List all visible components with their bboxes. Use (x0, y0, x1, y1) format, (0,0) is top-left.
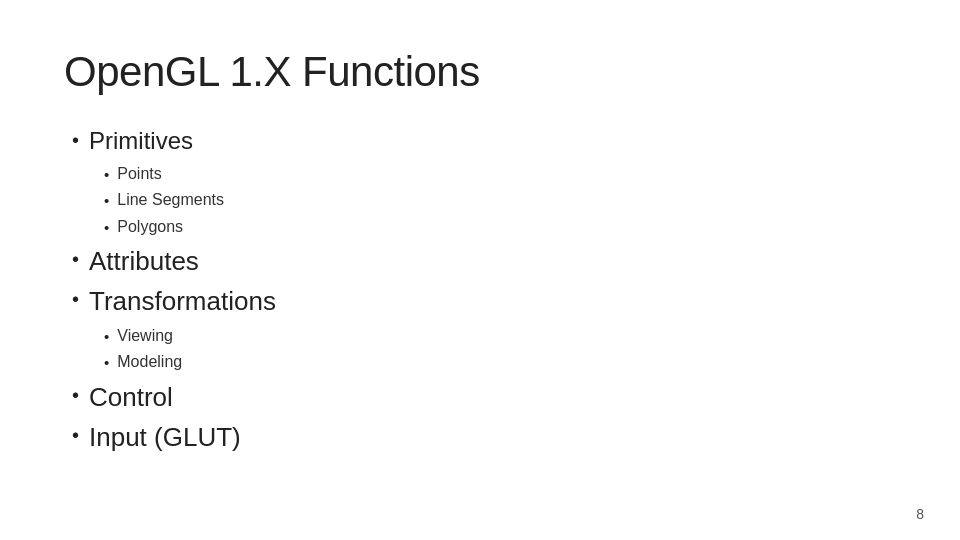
sub-list-primitives: • Points • Line Segments • Polygons (104, 162, 896, 240)
list-item: • Viewing (104, 324, 896, 349)
bullet-icon: • (72, 126, 79, 154)
sub-item-label: Modeling (117, 350, 182, 374)
bullet-icon: • (72, 381, 79, 409)
list-item: • Primitives (72, 124, 896, 158)
list-item: • Polygons (104, 215, 896, 240)
list-item: • Control (72, 379, 896, 415)
sub-bullet-icon: • (104, 217, 109, 240)
slide-title: OpenGL 1.X Functions (64, 48, 896, 96)
sub-bullet-icon: • (104, 190, 109, 213)
sub-list-transformations: • Viewing • Modeling (104, 324, 896, 375)
bullet-icon: • (72, 285, 79, 313)
list-item: • Line Segments (104, 188, 896, 213)
list-item: • Attributes (72, 243, 896, 279)
sub-bullet-icon: • (104, 326, 109, 349)
sub-bullet-icon: • (104, 352, 109, 375)
bullet-icon: • (72, 421, 79, 449)
sub-item-label: Polygons (117, 215, 183, 239)
item-label: Primitives (89, 124, 193, 158)
sub-item-label: Points (117, 162, 161, 186)
item-label: Control (89, 379, 173, 415)
slide: OpenGL 1.X Functions • Primitives • Poin… (0, 0, 960, 540)
sub-item-label: Line Segments (117, 188, 224, 212)
item-label: Transformations (89, 283, 276, 319)
page-number: 8 (916, 506, 924, 522)
item-label: Attributes (89, 243, 199, 279)
item-label: Input (GLUT) (89, 419, 241, 455)
list-item: • Modeling (104, 350, 896, 375)
content-area: • Primitives • Points • Line Segments • … (64, 124, 896, 456)
sub-bullet-icon: • (104, 164, 109, 187)
list-item: • Transformations (72, 283, 896, 319)
bullet-icon: • (72, 245, 79, 273)
list-item: • Input (GLUT) (72, 419, 896, 455)
sub-item-label: Viewing (117, 324, 173, 348)
list-item: • Points (104, 162, 896, 187)
